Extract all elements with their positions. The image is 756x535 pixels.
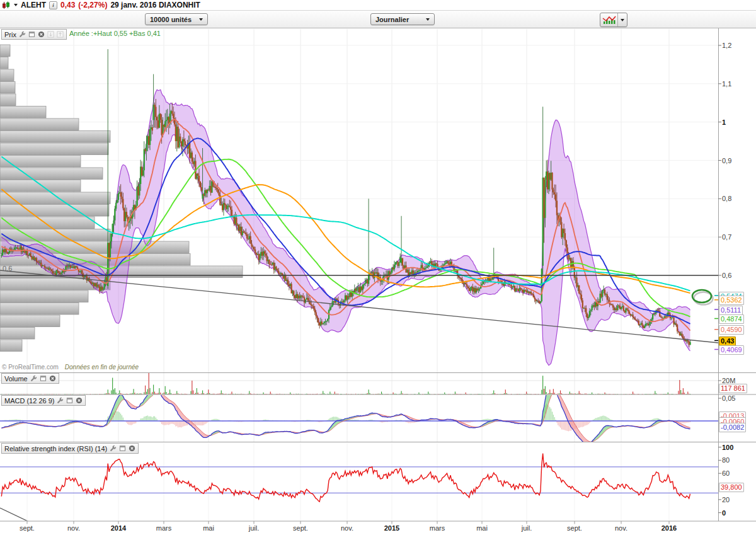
macd-panel-title: MACD (12 26 9) [4,397,54,405]
price-axis-tick: 1 [722,118,726,126]
instrument-dropdown-caret[interactable] [14,4,18,6]
x-axis-label: sept. [559,524,590,532]
rsi-axis-tick: 60 [722,469,730,477]
wrench-icon[interactable] [110,445,117,452]
price-plot [0,29,718,372]
x-axis-label: nov. [332,524,362,532]
wrench-icon[interactable] [57,397,64,404]
x-axis-label: 2014 [103,524,134,532]
price-axis-tick: 0,8 [722,195,731,202]
x-axis-label: sept. [12,524,42,532]
window-icon[interactable] [28,31,35,38]
level-0-6-label: 0,6 [3,265,12,272]
wrench-icon[interactable] [19,31,26,38]
units-dropdown[interactable]: 10000 unités [145,13,208,25]
x-axis-label: 2016 [654,524,684,532]
copyright-text: © ProRealTime.com [2,364,59,371]
volume-panel-header: Volume [1,373,59,384]
rsi-axis-tick: 80 [722,456,730,464]
macd-panel-header: MACD (12 26 9) [1,395,86,406]
chevron-down-icon [426,18,430,21]
tag-macd-value: -0,0082 [719,423,746,432]
move-panel-up-icon [57,31,64,38]
chart-type-caret[interactable] [617,13,627,26]
info-icon[interactable]: i [49,1,57,9]
price-axis-tick: 1,2 [722,42,731,49]
x-axis-label: 2015 [377,524,407,532]
x-axis-label: juil. [239,524,269,532]
tag-last-rsi: 39,800 [719,483,744,492]
x-axis-label: sept. [285,524,316,532]
copyright-line: © ProRealTime.comDonnées en fin de journ… [2,364,139,371]
quote-date-and-market: 29 janv. 2016 DIAXONHIT [110,1,200,9]
rsi-axis-tick: 100 [722,444,733,451]
x-axis-label: juil. [512,524,542,532]
chart-type-icon [600,15,617,25]
price-panel-year-stats: Année :+Haut 0,55 +Bas 0,41 [69,30,161,37]
price-panel-title: Prix [4,31,16,38]
price-axis-tick: 1,1 [722,80,731,88]
tag-boll-lower: 0,4069 [719,345,744,355]
rsi-plot [0,443,718,522]
chevron-down-icon [199,18,203,21]
tag-sma130: 0,5362 [719,296,744,305]
x-axis-label: mai [193,524,224,532]
volume-panel-title: Volume [4,375,28,383]
instrument-symbol: ALEHT [21,1,46,9]
move-panel-down-icon [47,31,54,38]
window-icon[interactable] [66,397,73,404]
price-panel-header: Prix [1,29,67,40]
chart-type-button[interactable] [600,13,627,27]
x-axis-label: mai [467,524,497,532]
close-icon[interactable] [38,31,45,38]
tag-last-price: 0,43 [719,337,736,346]
period-dropdown[interactable]: Journalier [370,13,435,25]
price-axis-tick: 0,6 [722,272,731,279]
x-axis-label: mars [149,524,179,532]
tag-boll-upper: 0,5111 [719,306,743,315]
window-icon[interactable] [119,445,126,452]
wrench-icon[interactable] [30,375,37,382]
prorealtime-window: ALEHT i 0,43 (-2,27%) 29 janv. 2016 DIAX… [0,0,756,535]
rsi-trendline [0,508,29,522]
rsi-panel-header: Relative strength index (RSI) (14) [1,443,139,454]
macd-axis-tick: 0,05 [722,394,735,402]
tag-sma20: 0,4590 [719,325,744,335]
rsi-panel-title: Relative strength index (RSI) (14) [4,445,107,452]
x-axis-label: nov. [59,524,89,532]
window-icon[interactable] [40,375,47,382]
rsi-line [1,454,690,502]
price-axis-tick: 0,9 [722,157,731,164]
tag-last-volume: 117 861 [719,384,747,393]
rsi-axis-tick: 0 [722,509,726,517]
x-axis-label: mars [422,524,452,532]
period-dropdown-value: Journalier [375,16,409,23]
title-bar: ALEHT i 0,43 (-2,27%) 29 janv. 2016 DIAX… [0,0,756,11]
units-dropdown-value: 10000 unités [150,16,192,23]
toolbar: 10000 unités Journalier [0,11,756,28]
close-icon[interactable] [76,397,83,404]
x-axis-label: nov. [606,524,636,532]
data-note: Données en fin de journée [65,364,139,371]
last-price: 0,43 [60,1,75,9]
instrument-candles-icon [2,1,11,9]
volume-plot [0,373,718,394]
tag-sma80: 0,4874 [719,314,744,324]
chart-canvas[interactable] [0,0,756,535]
close-icon[interactable] [49,375,56,382]
close-icon[interactable] [129,445,135,452]
rsi-axis-tick: 20 [722,496,730,503]
price-change: (-2,27%) [78,1,107,9]
price-axis-tick: 0,7 [722,233,731,241]
